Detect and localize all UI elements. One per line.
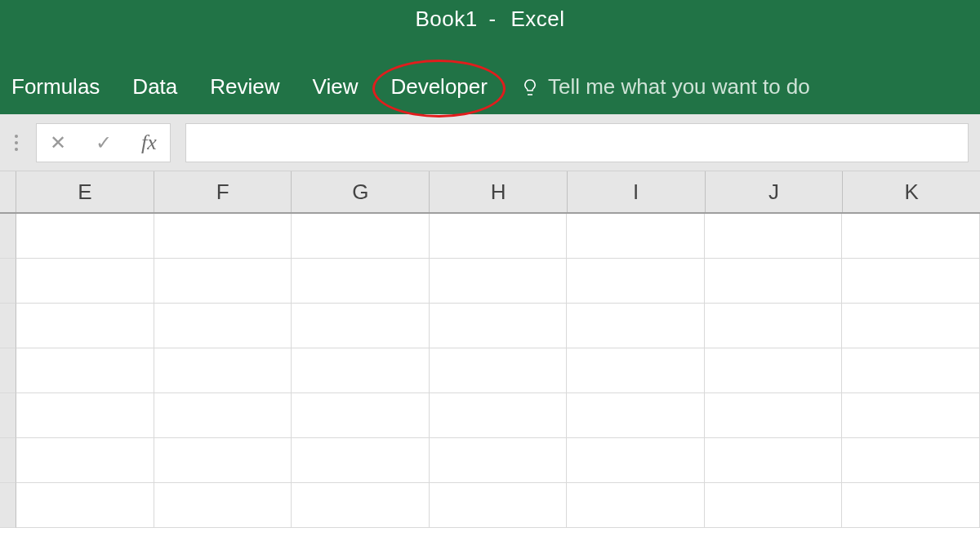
column-header-i[interactable]: I — [568, 171, 706, 212]
spreadsheet-grid — [0, 214, 980, 528]
row-header[interactable] — [0, 348, 16, 393]
grid-row — [0, 259, 980, 304]
cell[interactable] — [16, 393, 154, 438]
grid-row — [0, 304, 980, 348]
column-header-h[interactable]: H — [430, 171, 568, 212]
cell[interactable] — [292, 259, 430, 304]
row-header[interactable] — [0, 393, 16, 438]
cell[interactable] — [705, 393, 843, 438]
cell[interactable] — [842, 304, 980, 348]
cell[interactable] — [705, 348, 843, 393]
column-headers: E F G H I J K — [0, 171, 980, 214]
cell[interactable] — [154, 483, 292, 528]
cell[interactable] — [705, 214, 843, 259]
grid-row — [0, 483, 980, 528]
cell[interactable] — [292, 348, 430, 393]
cell[interactable] — [705, 483, 843, 528]
cell[interactable] — [16, 483, 154, 528]
row-header[interactable] — [0, 483, 16, 528]
grid-row — [0, 393, 980, 438]
row-header[interactable] — [0, 259, 16, 304]
title-separator: - — [488, 7, 496, 31]
cell[interactable] — [292, 483, 430, 528]
cell[interactable] — [16, 259, 154, 304]
tell-me-placeholder: Tell me what you want to do — [548, 74, 810, 100]
cell[interactable] — [16, 438, 154, 483]
cell[interactable] — [154, 393, 292, 438]
grid-row — [0, 348, 980, 393]
cell[interactable] — [16, 348, 154, 393]
tell-me-search[interactable]: Tell me what you want to do — [520, 74, 810, 100]
close-icon: ✕ — [50, 131, 66, 154]
cell[interactable] — [16, 214, 154, 259]
cell[interactable] — [567, 393, 705, 438]
cell[interactable] — [842, 393, 980, 438]
cell[interactable] — [842, 214, 980, 259]
cell[interactable] — [567, 304, 705, 348]
cell[interactable] — [154, 304, 292, 348]
title-bar: Book1 - Excel — [0, 0, 980, 32]
cell[interactable] — [430, 304, 568, 348]
enter-formula-button[interactable]: ✓ — [92, 131, 115, 154]
row-header[interactable] — [0, 214, 16, 259]
column-header-g[interactable]: G — [292, 171, 430, 212]
cell[interactable] — [292, 214, 430, 259]
formula-bar-menu-icon[interactable] — [11, 135, 21, 151]
cell[interactable] — [154, 438, 292, 483]
cancel-formula-button[interactable]: ✕ — [47, 131, 69, 154]
cell[interactable] — [705, 304, 843, 348]
grid-row — [0, 438, 980, 483]
select-all-corner[interactable] — [0, 171, 16, 212]
cell[interactable] — [567, 348, 705, 393]
tab-developer[interactable]: Developer — [390, 74, 488, 100]
tab-view[interactable]: View — [313, 74, 359, 100]
cell[interactable] — [292, 304, 430, 348]
workbook-name: Book1 — [416, 7, 478, 31]
tab-review[interactable]: Review — [210, 74, 279, 100]
column-header-j[interactable]: J — [706, 171, 844, 212]
cell[interactable] — [292, 393, 430, 438]
cell[interactable] — [430, 214, 568, 259]
header: Book1 - Excel Formulas Data Review View … — [0, 0, 980, 114]
cell[interactable] — [16, 304, 154, 348]
cell[interactable] — [842, 348, 980, 393]
insert-function-button[interactable]: fx — [138, 131, 160, 155]
cell[interactable] — [567, 483, 705, 528]
ribbon-tabs: Formulas Data Review View Developer Tell… — [0, 74, 810, 100]
cell[interactable] — [705, 438, 843, 483]
cell[interactable] — [567, 259, 705, 304]
lightbulb-icon — [520, 78, 540, 97]
tab-data[interactable]: Data — [132, 74, 177, 100]
cell[interactable] — [154, 259, 292, 304]
grid-row — [0, 214, 980, 259]
tab-formulas[interactable]: Formulas — [11, 74, 100, 100]
cell[interactable] — [430, 259, 568, 304]
cell[interactable] — [430, 483, 568, 528]
cell[interactable] — [430, 348, 568, 393]
cell[interactable] — [154, 348, 292, 393]
formula-input[interactable] — [185, 123, 969, 162]
cell[interactable] — [430, 438, 568, 483]
cell[interactable] — [430, 393, 568, 438]
cell[interactable] — [567, 214, 705, 259]
column-header-e[interactable]: E — [16, 171, 154, 212]
formula-bar-buttons: ✕ ✓ fx — [36, 123, 171, 162]
cell[interactable] — [567, 438, 705, 483]
formula-bar: ✕ ✓ fx — [0, 114, 980, 171]
cell[interactable] — [842, 259, 980, 304]
row-header[interactable] — [0, 304, 16, 348]
app-name: Excel — [510, 7, 564, 31]
cell[interactable] — [705, 259, 843, 304]
check-icon: ✓ — [96, 131, 112, 154]
column-header-k[interactable]: K — [843, 171, 980, 212]
row-header[interactable] — [0, 438, 16, 483]
cell[interactable] — [292, 438, 430, 483]
cell[interactable] — [154, 214, 292, 259]
cell[interactable] — [842, 438, 980, 483]
column-header-f[interactable]: F — [154, 171, 292, 212]
cell[interactable] — [842, 483, 980, 528]
